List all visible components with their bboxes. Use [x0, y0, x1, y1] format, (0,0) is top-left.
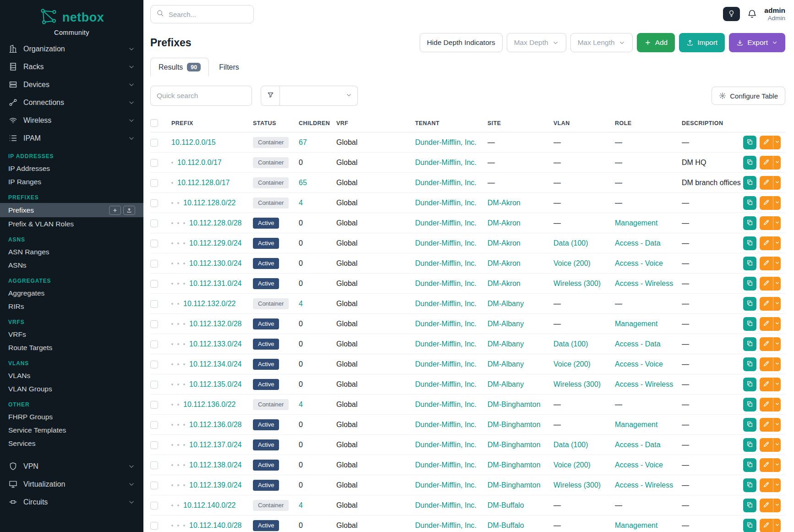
- import-button[interactable]: Import: [679, 33, 725, 52]
- clone-button[interactable]: [743, 478, 756, 492]
- sidebar-item-asn-ranges[interactable]: ASN Ranges: [0, 245, 143, 258]
- site-link[interactable]: DM-Binghamton: [487, 400, 541, 408]
- row-checkbox[interactable]: [150, 381, 158, 389]
- role-link[interactable]: Management: [615, 521, 657, 529]
- sidebar-item-devices[interactable]: Devices: [0, 76, 143, 93]
- theme-toggle-button[interactable]: [723, 7, 740, 21]
- clone-button[interactable]: [743, 236, 756, 250]
- edit-dropdown-caret[interactable]: [773, 478, 781, 492]
- tenant-link[interactable]: Dunder-Mifflin, Inc.: [415, 521, 476, 529]
- edit-dropdown-caret[interactable]: [773, 236, 781, 250]
- sidebar-item-asns[interactable]: ASNs: [0, 258, 143, 272]
- edit-button[interactable]: [760, 499, 773, 512]
- row-checkbox[interactable]: [150, 159, 158, 167]
- sidebar-item-vpn[interactable]: VPN: [0, 457, 143, 475]
- add-button[interactable]: Add: [637, 33, 675, 52]
- edit-button[interactable]: [760, 216, 773, 230]
- sidebar-item-prefixes[interactable]: Prefixes: [0, 203, 143, 217]
- sidebar-item-aggregates[interactable]: Aggregates: [0, 286, 143, 300]
- role-link[interactable]: Access - Wireless: [615, 481, 673, 489]
- edit-button[interactable]: [760, 277, 773, 291]
- prefix-link[interactable]: 10.112.132.0/22: [183, 300, 235, 307]
- tenant-link[interactable]: Dunder-Mifflin, Inc.: [415, 360, 476, 368]
- site-link[interactable]: DM-Binghamton: [487, 461, 541, 469]
- site-link[interactable]: DM-Albany: [487, 380, 524, 388]
- edit-dropdown-caret[interactable]: [773, 196, 781, 210]
- sidebar-item-racks[interactable]: Racks: [0, 58, 143, 76]
- row-checkbox[interactable]: [150, 219, 158, 227]
- prefix-link[interactable]: 10.112.140.0/22: [183, 501, 235, 509]
- edit-button[interactable]: [760, 378, 773, 391]
- children-link[interactable]: 4: [299, 400, 303, 408]
- role-link[interactable]: Access - Voice: [615, 461, 663, 469]
- row-checkbox[interactable]: [150, 320, 158, 328]
- prefix-link[interactable]: 10.112.135.0/24: [189, 380, 241, 388]
- column-header-prefix[interactable]: PREFIX: [171, 114, 253, 132]
- tenant-link[interactable]: Dunder-Mifflin, Inc.: [415, 280, 476, 287]
- sidebar-item-services[interactable]: Services: [0, 437, 143, 450]
- edit-dropdown-caret[interactable]: [773, 418, 781, 432]
- site-link[interactable]: DM-Buffalo: [487, 501, 524, 509]
- children-link[interactable]: 65: [299, 179, 307, 186]
- tenant-link[interactable]: Dunder-Mifflin, Inc.: [415, 179, 476, 186]
- max-length-dropdown[interactable]: Max Length: [570, 33, 633, 52]
- clone-button[interactable]: [743, 176, 756, 190]
- site-link[interactable]: DM-Buffalo: [487, 521, 524, 529]
- sidebar-item-circuits[interactable]: Circuits: [0, 493, 143, 511]
- edit-button[interactable]: [760, 176, 773, 190]
- role-link[interactable]: Access - Data: [615, 441, 661, 449]
- edit-button[interactable]: [760, 357, 773, 371]
- quick-import-button[interactable]: [123, 206, 135, 215]
- vlan-link[interactable]: Data (100): [553, 441, 588, 449]
- clone-button[interactable]: [743, 136, 756, 149]
- edit-dropdown-caret[interactable]: [773, 176, 781, 190]
- edit-button[interactable]: [760, 196, 773, 210]
- prefix-link[interactable]: 10.112.137.0/24: [189, 441, 241, 449]
- column-header-role[interactable]: ROLE: [615, 114, 682, 132]
- global-search[interactable]: [150, 5, 254, 23]
- role-link[interactable]: Access - Data: [615, 239, 661, 247]
- tenant-link[interactable]: Dunder-Mifflin, Inc.: [415, 461, 476, 469]
- tenant-link[interactable]: Dunder-Mifflin, Inc.: [415, 259, 476, 267]
- row-checkbox[interactable]: [150, 522, 158, 530]
- role-link[interactable]: Management: [615, 219, 657, 227]
- role-link[interactable]: Access - Wireless: [615, 280, 673, 287]
- row-checkbox[interactable]: [150, 361, 158, 368]
- edit-button[interactable]: [760, 317, 773, 331]
- tenant-link[interactable]: Dunder-Mifflin, Inc.: [415, 239, 476, 247]
- select-all-checkbox[interactable]: [150, 119, 158, 127]
- tenant-link[interactable]: Dunder-Mifflin, Inc.: [415, 340, 476, 348]
- edit-button[interactable]: [760, 236, 773, 250]
- edit-dropdown-caret[interactable]: [773, 277, 781, 291]
- row-checkbox[interactable]: [150, 179, 158, 187]
- row-checkbox[interactable]: [150, 199, 158, 207]
- prefix-link[interactable]: 10.112.0.0/15: [171, 138, 216, 146]
- notifications-bell-icon[interactable]: [747, 9, 757, 19]
- edit-dropdown-caret[interactable]: [773, 499, 781, 512]
- edit-dropdown-caret[interactable]: [773, 438, 781, 452]
- role-link[interactable]: Management: [615, 421, 657, 428]
- clone-button[interactable]: [743, 337, 756, 351]
- sidebar-item-wireless[interactable]: Wireless: [0, 111, 143, 129]
- column-header-status[interactable]: STATUS: [253, 114, 299, 132]
- sidebar-item-vlans[interactable]: VLANs: [0, 369, 143, 382]
- clone-button[interactable]: [743, 458, 756, 472]
- role-link[interactable]: Access - Voice: [615, 259, 663, 267]
- column-header-children[interactable]: CHILDREN: [299, 114, 336, 132]
- vlan-link[interactable]: Voice (200): [553, 259, 591, 267]
- column-header-vlan[interactable]: VLAN: [553, 114, 615, 132]
- tenant-link[interactable]: Dunder-Mifflin, Inc.: [415, 320, 476, 328]
- edit-button[interactable]: [760, 519, 773, 532]
- prefix-link[interactable]: 10.112.132.0/28: [189, 320, 241, 328]
- edit-dropdown-caret[interactable]: [773, 378, 781, 391]
- edit-button[interactable]: [760, 136, 773, 149]
- edit-dropdown-caret[interactable]: [773, 216, 781, 230]
- clone-button[interactable]: [743, 297, 756, 311]
- prefix-link[interactable]: 10.112.139.0/24: [189, 481, 241, 489]
- clone-button[interactable]: [743, 519, 756, 532]
- prefix-link[interactable]: 10.112.134.0/24: [189, 360, 241, 368]
- site-link[interactable]: DM-Akron: [487, 259, 520, 267]
- clone-button[interactable]: [743, 357, 756, 371]
- tenant-link[interactable]: Dunder-Mifflin, Inc.: [415, 380, 476, 388]
- clone-button[interactable]: [743, 378, 756, 391]
